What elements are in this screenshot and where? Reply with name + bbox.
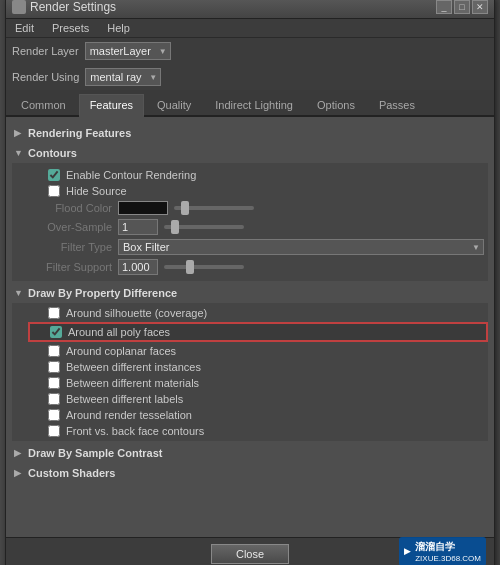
option-silhouette-checkbox[interactable] xyxy=(48,307,60,319)
option-silhouette-label: Around silhouette (coverage) xyxy=(66,307,207,319)
contours-arrow: ▼ xyxy=(14,148,24,158)
option-frontback-checkbox[interactable] xyxy=(48,425,60,437)
over-sample-slider[interactable] xyxy=(164,225,244,229)
tab-common[interactable]: Common xyxy=(10,94,77,115)
content-area: ▶ Rendering Features ▼ Contours Enable C… xyxy=(6,117,494,537)
option-poly-faces-checkbox[interactable] xyxy=(50,326,62,338)
option-silhouette-row: Around silhouette (coverage) xyxy=(28,305,488,321)
rendering-features-header[interactable]: ▶ Rendering Features xyxy=(12,123,488,143)
contours-label: Contours xyxy=(28,147,77,159)
flood-color-label: Flood Color xyxy=(32,202,112,214)
draw-sample-header[interactable]: ▶ Draw By Sample Contrast xyxy=(12,443,488,463)
flood-color-swatch[interactable] xyxy=(118,201,168,215)
render-layer-select-wrap: masterLayer xyxy=(85,42,171,60)
option-poly-faces-row: Around all poly faces xyxy=(28,322,488,342)
close-window-button[interactable]: ✕ xyxy=(472,0,488,14)
draw-sample-arrow: ▶ xyxy=(14,448,24,458)
render-using-label: Render Using xyxy=(12,71,79,83)
option-poly-faces-label: Around all poly faces xyxy=(68,326,170,338)
title-bar-left: Render Settings xyxy=(12,0,116,14)
draw-property-arrow: ▼ xyxy=(14,288,24,298)
draw-property-body: Around silhouette (coverage) Around all … xyxy=(12,303,488,441)
render-using-select-wrap: mental ray xyxy=(85,68,161,86)
draw-property-label: Draw By Property Difference xyxy=(28,287,177,299)
option-instances-label: Between different instances xyxy=(66,361,201,373)
option-materials-row: Between different materials xyxy=(28,375,488,391)
custom-shaders-label: Custom Shaders xyxy=(28,467,115,479)
contours-header[interactable]: ▼ Contours xyxy=(12,143,488,163)
tab-features[interactable]: Features xyxy=(79,94,144,117)
over-sample-row: Over-Sample 1 xyxy=(28,217,488,237)
rendering-features-arrow: ▶ xyxy=(14,128,24,138)
menu-presets[interactable]: Presets xyxy=(49,21,92,35)
filter-type-select[interactable]: Box Filter xyxy=(118,239,484,255)
hide-source-label: Hide Source xyxy=(66,185,127,197)
tab-quality[interactable]: Quality xyxy=(146,94,202,115)
option-materials-checkbox[interactable] xyxy=(48,377,60,389)
option-instances-checkbox[interactable] xyxy=(48,361,60,373)
minimize-button[interactable]: _ xyxy=(436,0,452,14)
rendering-features-label: Rendering Features xyxy=(28,127,131,139)
tab-indirect-lighting[interactable]: Indirect Lighting xyxy=(204,94,304,115)
option-coplanar-checkbox[interactable] xyxy=(48,345,60,357)
option-tesselation-label: Around render tesselation xyxy=(66,409,192,421)
flood-color-slider[interactable] xyxy=(174,206,254,210)
footer: Close ▶ 溜溜自学 ZIXUE.3D68.COM xyxy=(6,537,494,566)
title-bar: Render Settings _ □ ✕ xyxy=(6,0,494,19)
watermark-url: ZIXUE.3D68.COM xyxy=(415,554,481,563)
option-materials-label: Between different materials xyxy=(66,377,199,389)
render-layer-label: Render Layer xyxy=(12,45,79,57)
option-labels-row: Between different labels xyxy=(28,391,488,407)
over-sample-label: Over-Sample xyxy=(32,221,112,233)
render-layer-row: Render Layer masterLayer xyxy=(6,38,494,64)
filter-support-row: Filter Support 1.000 xyxy=(28,257,488,277)
filter-type-select-wrap: Box Filter xyxy=(118,239,484,255)
contours-body: Enable Contour Rendering Hide Source Flo… xyxy=(12,163,488,281)
enable-contour-label: Enable Contour Rendering xyxy=(66,169,196,181)
render-settings-window: Render Settings _ □ ✕ Edit Presets Help … xyxy=(5,0,495,565)
custom-shaders-arrow: ▶ xyxy=(14,468,24,478)
option-instances-row: Between different instances xyxy=(28,359,488,375)
option-labels-checkbox[interactable] xyxy=(48,393,60,405)
maximize-button[interactable]: □ xyxy=(454,0,470,14)
filter-support-input[interactable]: 1.000 xyxy=(118,259,158,275)
tab-options[interactable]: Options xyxy=(306,94,366,115)
hide-source-checkbox[interactable] xyxy=(48,185,60,197)
watermark-name: 溜溜自学 xyxy=(415,540,481,554)
menu-edit[interactable]: Edit xyxy=(12,21,37,35)
filter-type-label: Filter Type xyxy=(32,241,112,253)
play-icon: ▶ xyxy=(404,546,411,556)
watermark: ▶ 溜溜自学 ZIXUE.3D68.COM xyxy=(399,537,486,566)
option-tesselation-checkbox[interactable] xyxy=(48,409,60,421)
option-coplanar-label: Around coplanar faces xyxy=(66,345,176,357)
enable-contour-checkbox[interactable] xyxy=(48,169,60,181)
enable-contour-row: Enable Contour Rendering xyxy=(28,167,488,183)
render-icon xyxy=(12,0,26,14)
option-frontback-row: Front vs. back face contours xyxy=(28,423,488,439)
option-frontback-label: Front vs. back face contours xyxy=(66,425,204,437)
over-sample-input[interactable]: 1 xyxy=(118,219,158,235)
title-bar-controls: _ □ ✕ xyxy=(436,0,488,14)
close-button[interactable]: Close xyxy=(211,544,289,564)
filter-support-label: Filter Support xyxy=(32,261,112,273)
window-title: Render Settings xyxy=(30,0,116,14)
render-using-select[interactable]: mental ray xyxy=(85,68,161,86)
draw-property-header[interactable]: ▼ Draw By Property Difference xyxy=(12,283,488,303)
render-layer-select[interactable]: masterLayer xyxy=(85,42,171,60)
tab-passes[interactable]: Passes xyxy=(368,94,426,115)
custom-shaders-header[interactable]: ▶ Custom Shaders xyxy=(12,463,488,483)
option-labels-label: Between different labels xyxy=(66,393,183,405)
option-coplanar-row: Around coplanar faces xyxy=(28,343,488,359)
flood-color-row: Flood Color xyxy=(28,199,488,217)
filter-support-slider[interactable] xyxy=(164,265,244,269)
menu-help[interactable]: Help xyxy=(104,21,133,35)
menubar: Edit Presets Help xyxy=(6,19,494,38)
render-using-row: Render Using mental ray xyxy=(6,64,494,90)
hide-source-row: Hide Source xyxy=(28,183,488,199)
draw-sample-label: Draw By Sample Contrast xyxy=(28,447,162,459)
filter-type-row: Filter Type Box Filter xyxy=(28,237,488,257)
option-tesselation-row: Around render tesselation xyxy=(28,407,488,423)
tabs-bar: Common Features Quality Indirect Lightin… xyxy=(6,90,494,117)
